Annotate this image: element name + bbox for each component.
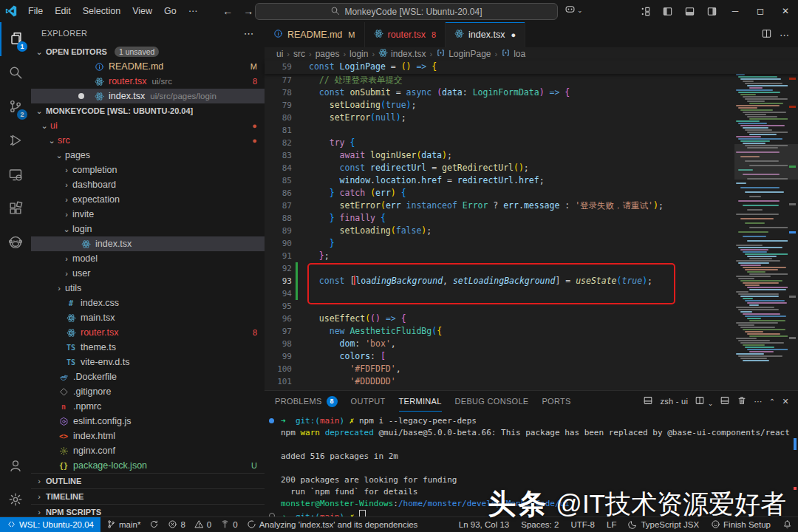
split-editor-icon[interactable] bbox=[761, 28, 772, 41]
open-editors-header[interactable]: ⌄ OPEN EDITORS 1 unsaved bbox=[31, 44, 265, 59]
code-line-88[interactable]: 88 } finally { bbox=[265, 212, 798, 225]
panel-tab-debug-console[interactable]: DEBUG CONSOLE bbox=[455, 391, 529, 412]
code-editor[interactable]: 77 // 处理登录表单提交78 const onSubmit = async … bbox=[265, 74, 798, 390]
open-editor-router.tsx[interactable]: router.tsxui/src8 bbox=[31, 74, 265, 89]
code-line-98[interactable]: 98 dom: 'box', bbox=[265, 338, 798, 350]
maximize-panel-icon[interactable]: ⌃ bbox=[769, 398, 776, 406]
code-line-78[interactable]: 78 const onSubmit = async (data: LoginFo… bbox=[265, 86, 798, 99]
tree-item-index.css[interactable]: #index.css bbox=[31, 296, 265, 310]
tree-item-router.tsx[interactable]: router.tsx8 bbox=[31, 325, 265, 340]
forward-icon[interactable]: → bbox=[243, 5, 253, 17]
tree-item-invite[interactable]: ›invite bbox=[31, 207, 265, 222]
split-terminal-icon[interactable]: ⌄ bbox=[695, 395, 713, 407]
status-warning-count[interactable]: 0 bbox=[190, 517, 216, 532]
breadcrumb-ui[interactable]: ui bbox=[276, 49, 283, 59]
breadcrumb[interactable]: ui›src›pages›login›index.tsx›LoginPage›l… bbox=[265, 47, 798, 61]
more-actions-icon[interactable]: ⋯ bbox=[780, 30, 789, 41]
terminal-scrollbar[interactable] bbox=[794, 438, 797, 450]
code-line-99[interactable]: 99 colors: [ bbox=[265, 350, 798, 363]
customize-layout-icon[interactable] bbox=[634, 0, 656, 22]
activity-source-control[interactable]: 2 bbox=[0, 90, 31, 124]
section-timeline[interactable]: ›TIMELINE bbox=[31, 488, 265, 504]
tree-item-nginx.conf[interactable]: nginx.conf bbox=[31, 443, 265, 458]
command-center-search[interactable]: MonkeyCode [WSL: Ubuntu-20.04] bbox=[255, 3, 558, 20]
code-line-87[interactable]: 87 setError(err instanceof Error ? err.m… bbox=[265, 200, 798, 212]
tree-item-.npmrc[interactable]: n.npmrc bbox=[31, 399, 265, 414]
tree-item-main.tsx[interactable]: main.tsx bbox=[31, 310, 265, 325]
panel-tab-problems[interactable]: PROBLEMS8 bbox=[275, 391, 338, 412]
tab-router.tsx[interactable]: router.tsx8 bbox=[365, 22, 446, 47]
tree-item-theme.ts[interactable]: TStheme.ts bbox=[31, 340, 265, 355]
toggle-sidebar-icon[interactable] bbox=[656, 0, 678, 22]
menu-selection[interactable]: Selection bbox=[77, 3, 126, 19]
code-line-80[interactable]: 80 setError(null); bbox=[265, 112, 798, 124]
status-sync-changes[interactable] bbox=[145, 517, 163, 532]
back-icon[interactable]: ← bbox=[222, 5, 233, 17]
code-line-96[interactable]: 96 useEffect(() => { bbox=[265, 313, 798, 325]
code-line-97[interactable]: 97 new AestheticFluidBg({ bbox=[265, 325, 798, 338]
menu-go[interactable]: Go bbox=[158, 3, 183, 19]
tree-item-eslint.config.js[interactable]: eslint.config.js bbox=[31, 414, 265, 429]
tree-item-model[interactable]: ›model bbox=[31, 251, 265, 266]
code-line-81[interactable]: 81 bbox=[265, 124, 798, 137]
tree-item-src[interactable]: ⌄src● bbox=[31, 133, 265, 148]
menu-edit[interactable]: Edit bbox=[49, 3, 77, 19]
breadcrumb-src[interactable]: src bbox=[293, 49, 305, 59]
shell-label[interactable]: zsh - ui bbox=[660, 397, 688, 406]
tab-README.md[interactable]: README.mdM bbox=[265, 22, 365, 47]
toggle-secondary-sidebar-icon[interactable] bbox=[700, 0, 723, 22]
editor-scrollbar[interactable] bbox=[734, 144, 798, 180]
breadcrumb-loa[interactable]: loa bbox=[501, 48, 525, 60]
breadcrumb-index.tsx[interactable]: index.tsx bbox=[378, 48, 426, 60]
breadcrumb-pages[interactable]: pages bbox=[316, 49, 340, 59]
activity-search[interactable] bbox=[0, 56, 31, 90]
code-line-100[interactable]: 100 '#FDFDFD', bbox=[265, 363, 798, 375]
menu-file[interactable]: File bbox=[22, 3, 49, 19]
tree-item-user[interactable]: ›user bbox=[31, 266, 265, 281]
section-npm-scripts[interactable]: ›NPM SCRIPTS bbox=[31, 504, 265, 517]
code-line-89[interactable]: 89 setLoading(false); bbox=[265, 225, 798, 237]
activity-explorer[interactable]: 1 bbox=[0, 22, 31, 56]
status-analyzing-status[interactable]: Analyzing 'index.tsx' and its dependenci… bbox=[242, 517, 423, 532]
tree-item-pages[interactable]: ⌄pages bbox=[31, 148, 265, 163]
status-git-branch[interactable]: main* bbox=[102, 517, 145, 532]
menu-view[interactable]: View bbox=[126, 3, 158, 19]
close-button[interactable]: ✕ bbox=[773, 0, 798, 22]
code-line-101[interactable]: 101 '#DDDDDD' bbox=[265, 375, 798, 388]
tree-item-vite-env.d.ts[interactable]: TSvite-env.d.ts bbox=[31, 355, 265, 369]
activity-extensions[interactable] bbox=[0, 192, 31, 226]
copilot-menu[interactable]: ⌄ bbox=[565, 4, 583, 17]
tree-item-.Dockerfile[interactable]: .Dockerfile bbox=[31, 369, 265, 384]
activity-monkeycode-extension[interactable] bbox=[0, 226, 31, 260]
tree-item-package-lock.json[interactable]: {}package-lock.jsonU bbox=[31, 458, 265, 473]
breadcrumb-login[interactable]: login bbox=[349, 49, 368, 59]
code-line-79[interactable]: 79 setLoading(true); bbox=[265, 99, 798, 112]
more-actions-icon[interactable]: ⋯ bbox=[754, 397, 762, 406]
minimize-button[interactable]: ─ bbox=[723, 0, 748, 22]
activity-run-and-debug[interactable] bbox=[0, 124, 31, 158]
panel-tab-terminal[interactable]: TERMINAL bbox=[399, 391, 442, 412]
code-line-82[interactable]: 82 try { bbox=[265, 137, 798, 149]
command-decoration-icon[interactable] bbox=[269, 418, 274, 423]
tree-item-dashboard[interactable]: ›dashboard bbox=[31, 177, 265, 192]
tree-item-ui[interactable]: ⌄ui● bbox=[31, 118, 265, 133]
tree-item-expectation[interactable]: ›expectation bbox=[31, 192, 265, 207]
menu-more[interactable]: ⋯ bbox=[183, 3, 204, 19]
toggle-panel-icon[interactable] bbox=[678, 0, 700, 22]
tree-item-.gitignore[interactable]: .gitignore bbox=[31, 384, 265, 399]
tab-index.tsx[interactable]: index.tsx● bbox=[446, 22, 525, 47]
panel-tab-output[interactable]: OUTPUT bbox=[351, 391, 386, 412]
workspace-header[interactable]: ⌄ MONKEYCODE [WSL: UBUNTU-20.04] bbox=[31, 103, 265, 118]
code-line-91[interactable]: 91 }; bbox=[265, 250, 798, 262]
new-terminal-icon[interactable] bbox=[720, 395, 730, 407]
kill-terminal-icon[interactable] bbox=[737, 395, 747, 407]
breadcrumb-LoginPage[interactable]: LoginPage bbox=[436, 48, 491, 60]
activity-accounts[interactable] bbox=[0, 449, 31, 483]
unsaved-dot-icon[interactable]: ● bbox=[511, 30, 516, 39]
code-line-85[interactable]: 85 window.location.href = redirectUrl.hr… bbox=[265, 174, 798, 187]
activity-settings[interactable] bbox=[0, 483, 31, 517]
more-actions-icon[interactable]: ⋯ bbox=[244, 27, 254, 39]
open-editor-README.md[interactable]: README.mdM bbox=[31, 59, 265, 74]
code-line-84[interactable]: 84 const redirectUrl = getRedirectUrl(); bbox=[265, 162, 798, 174]
status-error-count[interactable]: 8 bbox=[163, 517, 189, 532]
